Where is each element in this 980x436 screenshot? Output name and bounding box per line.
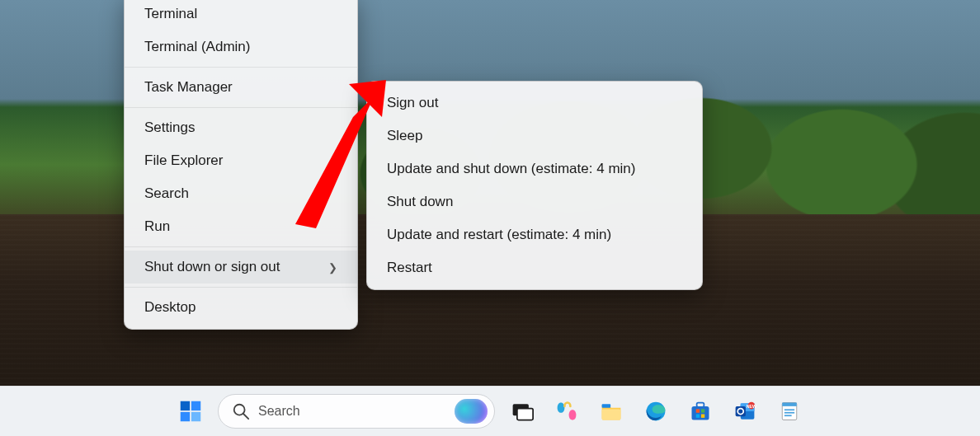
notepad-icon bbox=[778, 400, 801, 423]
outlook-icon: NEW bbox=[733, 400, 756, 423]
menu-item-run[interactable]: Run bbox=[125, 210, 357, 243]
menu-item-label: File Explorer bbox=[144, 152, 223, 169]
menu-item-label: Sign out bbox=[387, 95, 438, 111]
svg-rect-10 bbox=[602, 409, 621, 420]
menu-separator bbox=[125, 67, 357, 68]
task-view-button[interactable] bbox=[505, 394, 539, 429]
svg-rect-13 bbox=[692, 406, 709, 420]
svg-text:NEW: NEW bbox=[747, 404, 756, 409]
taskbar: Search bbox=[0, 386, 980, 436]
menu-item-label: Update and restart (estimate: 4 min) bbox=[387, 227, 611, 243]
file-explorer-button[interactable] bbox=[594, 394, 629, 429]
menu-item-search[interactable]: Search bbox=[125, 177, 357, 210]
svg-rect-2 bbox=[181, 401, 190, 410]
copilot-icon bbox=[555, 400, 578, 423]
menu-item-label: Terminal bbox=[144, 6, 197, 22]
menu-item-label: Restart bbox=[387, 260, 432, 276]
taskbar-search[interactable]: Search bbox=[218, 394, 495, 429]
svg-rect-5 bbox=[191, 412, 200, 421]
start-button[interactable] bbox=[173, 394, 208, 429]
svg-rect-9 bbox=[517, 409, 533, 420]
svg-rect-17 bbox=[696, 415, 700, 418]
menu-item-label: Update and shut down (estimate: 4 min) bbox=[387, 161, 635, 177]
file-explorer-icon bbox=[600, 400, 623, 423]
microsoft-store-icon bbox=[689, 400, 712, 423]
edge-icon bbox=[644, 400, 667, 423]
menu-item-label: Search bbox=[144, 185, 189, 202]
menu-item-desktop[interactable]: Desktop bbox=[125, 291, 357, 324]
menu-separator bbox=[125, 107, 357, 108]
menu-separator bbox=[125, 287, 357, 288]
task-view-icon bbox=[511, 400, 534, 423]
menu-item-label: Shut down or sign out bbox=[144, 259, 280, 275]
svg-rect-4 bbox=[181, 412, 190, 421]
menu-item-task-manager[interactable]: Task Manager bbox=[125, 71, 357, 104]
menu-item-label: Desktop bbox=[144, 299, 196, 316]
menu-item-label: Shut down bbox=[387, 194, 453, 210]
start-icon bbox=[179, 400, 202, 423]
menu-item-shut-down-or-sign-out[interactable]: Shut down or sign out ❯ bbox=[125, 251, 357, 284]
svg-rect-3 bbox=[191, 401, 200, 410]
svg-rect-26 bbox=[782, 403, 797, 406]
menu-item-label: Settings bbox=[144, 120, 195, 136]
submenu-item-update-restart[interactable]: Update and restart (estimate: 4 min) bbox=[367, 218, 702, 251]
chevron-right-icon: ❯ bbox=[328, 261, 337, 274]
winx-context-menu: Terminal Terminal (Admin) Task Manager S… bbox=[124, 0, 358, 330]
svg-rect-11 bbox=[602, 404, 611, 407]
svg-rect-16 bbox=[701, 409, 704, 412]
submenu-item-update-shut-down[interactable]: Update and shut down (estimate: 4 min) bbox=[367, 152, 702, 185]
edge-button[interactable] bbox=[638, 394, 673, 429]
menu-item-label: Sleep bbox=[387, 128, 422, 144]
copilot-button[interactable] bbox=[549, 394, 584, 429]
menu-separator bbox=[125, 246, 357, 247]
submenu-item-restart[interactable]: Restart bbox=[367, 251, 702, 284]
search-placeholder: Search bbox=[258, 404, 300, 419]
menu-item-file-explorer[interactable]: File Explorer bbox=[125, 144, 357, 177]
submenu-item-shut-down[interactable]: Shut down bbox=[367, 185, 702, 218]
notepad-button[interactable] bbox=[772, 394, 807, 429]
power-submenu: Sign out Sleep Update and shut down (est… bbox=[366, 81, 703, 290]
menu-item-terminal-admin[interactable]: Terminal (Admin) bbox=[125, 30, 357, 63]
svg-rect-18 bbox=[701, 415, 704, 418]
menu-item-settings[interactable]: Settings bbox=[125, 111, 357, 144]
svg-rect-14 bbox=[697, 403, 704, 407]
search-icon bbox=[232, 402, 250, 420]
menu-item-label: Task Manager bbox=[144, 79, 233, 96]
submenu-item-sign-out[interactable]: Sign out bbox=[367, 87, 702, 120]
svg-rect-15 bbox=[696, 409, 700, 412]
svg-line-7 bbox=[243, 414, 248, 419]
search-highlight-icon bbox=[455, 399, 488, 424]
menu-item-terminal[interactable]: Terminal bbox=[125, 0, 357, 30]
microsoft-store-button[interactable] bbox=[683, 394, 718, 429]
menu-item-label: Terminal (Admin) bbox=[144, 39, 250, 55]
menu-item-label: Run bbox=[144, 218, 170, 235]
submenu-item-sleep[interactable]: Sleep bbox=[367, 120, 702, 152]
outlook-button[interactable]: NEW bbox=[728, 394, 762, 429]
